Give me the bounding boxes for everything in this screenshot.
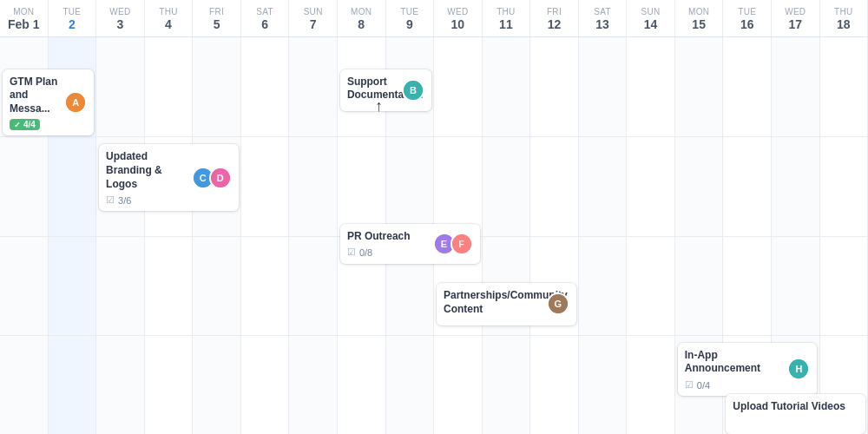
card-badge-text: 3/6 xyxy=(118,195,131,206)
day-num: 10 xyxy=(437,17,478,31)
card-badge: ✓ 4/4 xyxy=(10,119,40,130)
day-col-sat-13 xyxy=(579,37,628,434)
day-header-tue-16: TUE 16 xyxy=(723,0,772,36)
day-header-fri-5: FRI 5 xyxy=(193,0,241,36)
card-meta: ☑0/4 xyxy=(685,379,786,391)
day-header-tue-2: TUE 2 xyxy=(49,0,97,36)
card-badge-text: 0/8 xyxy=(359,247,372,258)
day-name: FRI xyxy=(196,7,237,16)
day-name: MON xyxy=(341,7,382,16)
day-header-mon-8: MON 8 xyxy=(338,0,386,36)
card-meta: ☑0/8 xyxy=(347,247,431,258)
day-num: 13 xyxy=(582,17,623,31)
card-partnerships[interactable]: Partnerships/Community ContentG xyxy=(437,283,576,325)
day-num: 2 xyxy=(52,17,93,31)
day-col-sat-6 xyxy=(241,37,290,434)
card-in-app-announce[interactable]: In-App Announcement☑0/4H xyxy=(678,343,818,396)
card-avatars: CD xyxy=(192,167,232,189)
day-num: Feb 1 xyxy=(3,17,44,31)
day-col-sun-7 xyxy=(289,37,338,434)
day-header-wed-17: WED 17 xyxy=(772,0,820,36)
card-updated-branding[interactable]: Updated Branding & Logos☑3/6CD xyxy=(99,144,239,211)
card-support-doc[interactable]: Support DocumentationB xyxy=(340,69,431,111)
day-header-thu-4: THU 4 xyxy=(145,0,194,36)
day-name: SAT xyxy=(245,7,286,16)
card-gtm-plan[interactable]: GTM Plan and Messa...✓ 4/4A xyxy=(3,69,94,136)
card-meta: ✓ 4/4 xyxy=(10,119,62,130)
avatar: G xyxy=(547,293,569,315)
day-name: TUE xyxy=(52,7,93,16)
day-col-thu-4 xyxy=(145,37,194,434)
avatar: D xyxy=(209,167,232,189)
card-avatars: A xyxy=(64,91,87,114)
day-name: TUE xyxy=(390,7,431,16)
day-col-wed-3 xyxy=(96,37,145,434)
day-header-sat-6: SAT 6 xyxy=(241,0,290,36)
day-num: 17 xyxy=(775,17,816,31)
avatar: H xyxy=(787,358,810,380)
day-header-sat-13: SAT 13 xyxy=(579,0,628,36)
day-col-fri-5 xyxy=(193,37,241,434)
avatar: B xyxy=(402,79,424,102)
day-name: MON xyxy=(3,7,44,16)
card-title: Partnerships/Community Content xyxy=(444,289,545,316)
day-num: 4 xyxy=(148,17,189,31)
day-name: SUN xyxy=(630,7,671,16)
card-title: Upload Tutorial Videos xyxy=(733,400,858,414)
card-title: GTM Plan and Messa... xyxy=(10,76,62,116)
check-icon: ☑ xyxy=(685,379,694,391)
day-name: FRI xyxy=(534,7,575,16)
day-name: SAT xyxy=(582,7,623,16)
day-header-sun-14: SUN 14 xyxy=(627,0,675,36)
day-col-sun-14 xyxy=(627,37,675,434)
day-num: 14 xyxy=(630,17,671,31)
card-avatars: G xyxy=(547,293,569,315)
day-num: 3 xyxy=(100,17,141,31)
card-avatars: EF xyxy=(433,233,473,255)
calendar-body: GTM Plan and Messa...✓ 4/4ASupport Docum… xyxy=(0,37,868,434)
card-pr-outreach[interactable]: PR Outreach☑0/8EF xyxy=(340,224,480,264)
day-num: 18 xyxy=(824,17,865,31)
card-avatars: H xyxy=(787,358,810,380)
card-meta: ☑3/6 xyxy=(106,194,190,206)
day-header-sun-7: SUN 7 xyxy=(289,0,338,36)
day-num: 8 xyxy=(341,17,382,31)
day-header-mon-feb1: MON Feb 1 xyxy=(0,0,49,36)
day-name: WED xyxy=(437,7,478,16)
day-num: 15 xyxy=(679,17,720,31)
card-upload-tutorial[interactable]: Upload Tutorial Videos xyxy=(726,394,865,434)
avatar: F xyxy=(450,233,473,255)
day-header-fri-12: FRI 12 xyxy=(530,0,579,36)
card-badge-text: 0/4 xyxy=(697,380,710,391)
day-num: 6 xyxy=(245,17,286,31)
day-header-thu-18: THU 18 xyxy=(820,0,868,36)
card-title: Support Documentation xyxy=(347,76,400,102)
calendar-header: MON Feb 1 TUE 2 WED 3 THU 4 FRI 5 SAT 6 … xyxy=(0,0,868,37)
day-num: 16 xyxy=(727,17,767,31)
day-name: SUN xyxy=(293,7,333,16)
day-name: WED xyxy=(100,7,141,16)
card-avatars: B xyxy=(402,79,424,102)
day-name: THU xyxy=(148,7,189,16)
day-header-tue-9: TUE 9 xyxy=(386,0,435,36)
day-num: 7 xyxy=(293,17,333,31)
day-header-wed-10: WED 10 xyxy=(434,0,483,36)
check-icon: ☑ xyxy=(347,247,356,258)
day-name: TUE xyxy=(727,7,767,16)
card-title: PR Outreach xyxy=(347,230,431,244)
calendar-container: MON Feb 1 TUE 2 WED 3 THU 4 FRI 5 SAT 6 … xyxy=(0,0,868,434)
day-name: THU xyxy=(486,7,527,16)
day-name: MON xyxy=(679,7,720,16)
avatar: A xyxy=(64,91,87,114)
day-col-thu-11 xyxy=(483,37,531,434)
day-num: 11 xyxy=(486,17,527,31)
card-title: Updated Branding & Logos xyxy=(106,150,190,191)
card-title: In-App Announcement xyxy=(685,349,786,376)
day-header-mon-15: MON 15 xyxy=(675,0,724,36)
day-name: THU xyxy=(824,7,865,16)
day-header-wed-3: WED 3 xyxy=(96,0,145,36)
day-num: 12 xyxy=(534,17,575,31)
day-num: 5 xyxy=(196,17,237,31)
check-icon: ☑ xyxy=(106,194,115,206)
day-col-fri-12 xyxy=(530,37,579,434)
